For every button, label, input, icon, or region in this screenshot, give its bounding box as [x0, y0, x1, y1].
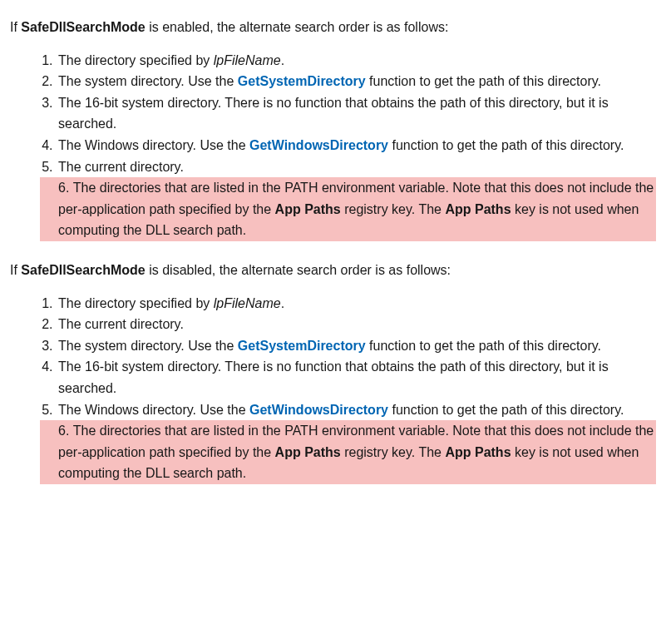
text: . [281, 53, 284, 67]
list-item: The 16-bit system directory. There is no… [57, 92, 656, 135]
list-item: The Windows directory. Use the GetWindow… [57, 399, 656, 421]
list-item-highlighted: The directories that are listed in the P… [40, 420, 656, 484]
list-item: The system directory. Use the GetSystemD… [57, 71, 656, 92]
lpfilename-italic: lpFileName [214, 296, 281, 310]
text: is enabled, the alternate search order i… [146, 20, 449, 34]
text: The current directory. [58, 160, 184, 174]
text: The current directory. [58, 317, 184, 331]
section1-list: The directory specified by lpFileName. T… [10, 50, 656, 241]
getsystemdirectory-link[interactable]: GetSystemDirectory [238, 74, 366, 88]
app-paths-bold: App Paths [445, 445, 511, 459]
text: The directory specified by [58, 53, 214, 67]
list-item: The Windows directory. Use the GetWindow… [57, 135, 656, 156]
list-item: The system directory. Use the GetSystemD… [57, 335, 656, 357]
getsystemdirectory-link[interactable]: GetSystemDirectory [238, 339, 366, 353]
text: function to get the path of this directo… [366, 339, 601, 353]
text: . [281, 296, 284, 310]
text: The 16-bit system directory. There is no… [58, 96, 609, 131]
text: function to get the path of this directo… [388, 403, 624, 417]
getwindowsdirectory-link[interactable]: GetWindowsDirectory [249, 403, 388, 417]
text: function to get the path of this directo… [366, 74, 601, 88]
safedllsearchmode-bold: SafeDllSearchMode [21, 20, 145, 34]
app-paths-bold: App Paths [445, 202, 511, 216]
text: If [10, 263, 21, 277]
text: is disabled, the alternate search order … [146, 263, 451, 277]
lpfilename-italic: lpFileName [214, 53, 281, 67]
text: The Windows directory. Use the [58, 403, 249, 417]
app-paths-bold: App Paths [275, 202, 341, 216]
list-item: The 16-bit system directory. There is no… [57, 356, 656, 399]
text: registry key. The [341, 202, 446, 216]
app-paths-bold: App Paths [275, 445, 341, 459]
text: The system directory. Use the [58, 339, 238, 353]
text: function to get the path of this directo… [388, 138, 624, 152]
list-item: The current directory. [57, 314, 656, 335]
text: The directory specified by [58, 296, 214, 310]
text: The 16-bit system directory. There is no… [58, 359, 609, 395]
section2-intro: If SafeDllSearchMode is disabled, the al… [10, 260, 656, 281]
text: The system directory. Use the [58, 74, 238, 88]
section1-intro: If SafeDllSearchMode is enabled, the alt… [10, 17, 656, 38]
text: registry key. The [341, 445, 446, 459]
list-item: The directory specified by lpFileName. [57, 50, 656, 72]
safedllsearchmode-bold: SafeDllSearchMode [21, 263, 145, 277]
text: If [10, 20, 21, 34]
section2-list: The directory specified by lpFileName. T… [10, 293, 656, 484]
list-item: The directory specified by lpFileName. [57, 293, 656, 315]
text: The Windows directory. Use the [58, 138, 249, 152]
list-item-highlighted: The directories that are listed in the P… [40, 177, 656, 241]
list-item: The current directory. [57, 156, 656, 178]
getwindowsdirectory-link[interactable]: GetWindowsDirectory [249, 138, 388, 152]
